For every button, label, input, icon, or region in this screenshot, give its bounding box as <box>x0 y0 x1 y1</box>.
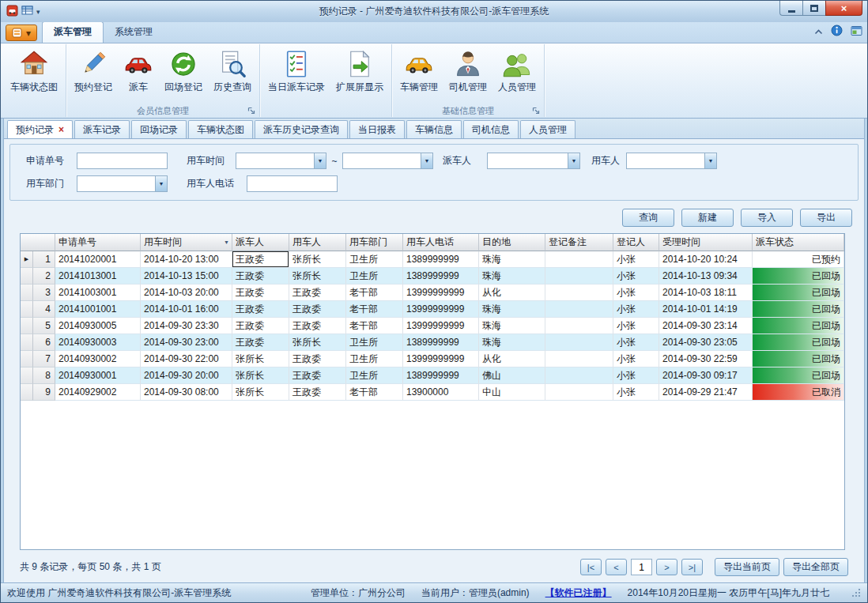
ribbon-button-vehicle-status-chart[interactable]: 车辆状态图 <box>5 45 63 96</box>
doc-tab-daily-report[interactable]: 当日报表 <box>349 120 405 138</box>
user-combo[interactable]: ▼ <box>626 153 717 169</box>
use-time-from-input[interactable] <box>236 153 314 168</box>
ribbon-group: 车辆管理司机管理人员管理基础信息管理 <box>392 44 545 117</box>
dialog-launcher-icon[interactable] <box>532 107 540 115</box>
dialog-launcher-icon[interactable] <box>247 107 255 115</box>
use-time-to-combo[interactable]: ▼ <box>342 153 433 169</box>
close-tab-icon[interactable]: × <box>58 124 64 135</box>
column-header-dest[interactable]: 目的地 <box>479 234 545 251</box>
dispatcher-input[interactable] <box>488 153 568 168</box>
doc-tab-reservations[interactable]: 预约记录× <box>7 120 73 138</box>
chevron-down-icon[interactable]: ▼ <box>155 176 167 191</box>
table-row[interactable]: 3201410030012014-10-03 20:00王政委王政委老干部139… <box>21 285 844 301</box>
column-header-label: 目的地 <box>482 236 511 249</box>
table-row[interactable]: 5201409300052014-09-30 23:30王政委王政委老干部139… <box>21 318 844 334</box>
theme-icon[interactable] <box>851 25 862 39</box>
column-header-dispatcher[interactable]: 派车人 <box>232 234 289 251</box>
filter-dropdown-icon[interactable]: ▼ <box>224 239 229 245</box>
cell-status: 已回场 <box>753 318 844 334</box>
welcome-text: 欢迎使用 广州爱奇迪软件科技有限公司-派车管理系统 <box>7 586 231 600</box>
table-row[interactable]: 7201409300022014-09-30 22:00张所长王政委卫生所139… <box>21 351 844 367</box>
screen-icon <box>345 49 374 79</box>
cell-registrar: 小张 <box>613 285 659 301</box>
dept-combo[interactable]: ▼ <box>77 175 168 192</box>
column-header-phone[interactable]: 用车人电话 <box>403 234 479 251</box>
cell-phone: 13999999999 <box>403 318 479 334</box>
chevron-down-icon[interactable]: ▼ <box>421 153 432 168</box>
row-indicator <box>21 351 33 367</box>
table-row[interactable]: ▶1201410200012014-10-20 13:00王政委张所长卫生所13… <box>21 251 844 268</box>
column-header-registrar[interactable]: 登记人 <box>613 234 659 251</box>
ribbon-button-extend-screen[interactable]: 扩展屏显示 <box>330 45 389 96</box>
doc-tab-driver-info[interactable]: 司机信息 <box>463 120 519 138</box>
table-row[interactable]: 9201409290022014-09-30 08:00张所长王政委老干部139… <box>21 384 844 401</box>
resize-grip[interactable] <box>851 588 861 597</box>
dispatcher-label: 派车人 <box>443 154 487 168</box>
doc-tab-return-records[interactable]: 回场记录 <box>131 120 187 138</box>
ribbon-tab-system-management[interactable]: 系统管理 <box>104 22 164 43</box>
column-header-accept_time[interactable]: 受理时间 <box>659 234 753 251</box>
qat-dropdown-icon[interactable]: ▾ <box>36 8 40 16</box>
doc-tab-person-management[interactable]: 人员管理 <box>520 120 576 138</box>
export-all-pages-button[interactable]: 导出全部页 <box>783 558 848 576</box>
ribbon-button-return-register[interactable]: 回场登记 <box>159 45 208 96</box>
qat-grid-icon[interactable] <box>21 5 33 18</box>
cell-status: 已回场 <box>753 285 844 301</box>
date-text: 2014年10月20日星期一 农历甲午[马]年九月廿七 <box>628 586 829 600</box>
cell-dest: 佛山 <box>479 367 545 384</box>
last-page-button[interactable]: >| <box>681 559 703 575</box>
user-input[interactable] <box>627 153 704 168</box>
import-button[interactable]: 导入 <box>741 209 793 227</box>
ribbon-button-reserve-register[interactable]: 预约登记 <box>69 45 118 96</box>
license-link[interactable]: 【软件已注册】 <box>545 586 612 600</box>
ribbon-groups: 车辆状态图预约登记派车回场登记历史查询会员信息管理当日派车记录扩展屏显示车辆管理… <box>1 43 867 118</box>
chevron-down-icon[interactable]: ▼ <box>704 153 716 168</box>
cell-accept_time: 2014-10-13 09:34 <box>659 268 753 285</box>
export-current-page-button[interactable]: 导出当前页 <box>715 558 779 576</box>
new-button[interactable]: 新建 <box>681 209 734 227</box>
phone-input[interactable] <box>247 175 338 192</box>
page-number-input[interactable] <box>631 559 652 575</box>
chevron-down-icon[interactable]: ▼ <box>314 153 326 168</box>
dispatcher-combo[interactable]: ▼ <box>487 153 580 169</box>
doc-tab-dispatch-records[interactable]: 派车记录 <box>74 120 130 138</box>
titlebar: ▾ 预约记录 - 广州爱奇迪软件科技有限公司-派车管理系统 × <box>1 1 867 22</box>
table-row[interactable]: 6201409300032014-09-30 23:00王政委张所长卫生所138… <box>21 334 844 351</box>
ribbon-tab-dispatch-management[interactable]: 派车管理 <box>42 21 104 43</box>
table-row[interactable]: 8201409300012014-09-30 20:00张所长王政委卫生所138… <box>21 367 844 384</box>
doc-tab-vehicle-info[interactable]: 车辆信息 <box>406 120 462 138</box>
table-row[interactable]: 2201410130012014-10-13 15:00王政委张所长卫生所138… <box>21 268 844 285</box>
first-page-button[interactable]: |< <box>580 559 602 575</box>
use-time-from-combo[interactable]: ▼ <box>236 153 326 169</box>
ribbon-button-history-query[interactable]: 历史查询 <box>208 45 257 96</box>
doc-tab-dispatch-history-query[interactable]: 派车历史记录查询 <box>255 120 348 138</box>
maximize-button[interactable] <box>802 1 825 16</box>
column-header-use_time[interactable]: 用车时间▼ <box>141 234 232 251</box>
collapse-ribbon-icon[interactable] <box>814 26 823 37</box>
close-button[interactable]: × <box>825 1 862 16</box>
column-header-remark[interactable]: 登记备注 <box>545 234 613 251</box>
ribbon-button-driver-management[interactable]: 司机管理 <box>443 45 492 96</box>
ribbon-button-dispatch[interactable]: 派车 <box>118 45 159 96</box>
dept-input[interactable] <box>77 176 155 191</box>
apply-no-input[interactable] <box>77 153 168 169</box>
use-time-to-input[interactable] <box>343 153 421 168</box>
row-number: 7 <box>33 351 55 367</box>
info-icon[interactable] <box>831 24 843 39</box>
app-menu-button[interactable]: ▾ <box>6 24 37 41</box>
doc-tab-vehicle-status-chart[interactable]: 车辆状态图 <box>188 120 253 138</box>
prev-page-button[interactable]: < <box>606 559 627 575</box>
column-header-dept[interactable]: 用车部门 <box>346 234 403 251</box>
query-button[interactable]: 查询 <box>622 209 674 227</box>
export-button[interactable]: 导出 <box>800 209 852 227</box>
column-header-user[interactable]: 用车人 <box>289 234 346 251</box>
ribbon-button-person-management[interactable]: 人员管理 <box>492 45 542 96</box>
ribbon-button-today-dispatch-records[interactable]: 当日派车记录 <box>262 45 330 96</box>
column-header-status[interactable]: 派车状态 <box>753 234 844 251</box>
table-row[interactable]: 4201410010012014-10-01 16:00王政委王政委老干部139… <box>21 301 844 318</box>
ribbon-button-vehicle-management[interactable]: 车辆管理 <box>394 45 443 96</box>
minimize-button[interactable] <box>779 1 802 16</box>
next-page-button[interactable]: > <box>656 559 677 575</box>
chevron-down-icon[interactable]: ▼ <box>568 153 579 168</box>
column-header-apply_no[interactable]: 申请单号 <box>55 234 141 251</box>
